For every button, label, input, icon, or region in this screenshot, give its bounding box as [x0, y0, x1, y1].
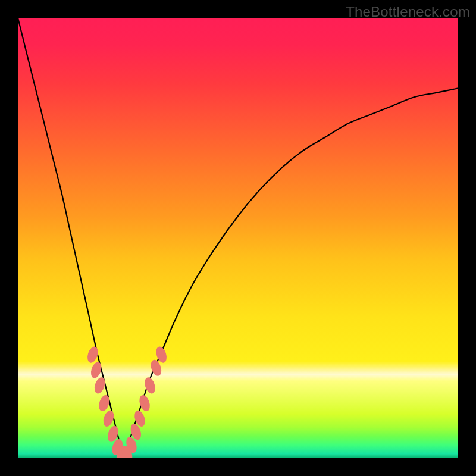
curve-lines: [18, 18, 458, 458]
plot-area: [18, 18, 458, 458]
curve-markers: [86, 345, 168, 458]
curve-right-branch: [124, 88, 458, 458]
curves-layer: [18, 18, 458, 458]
curve-left-branch: [18, 18, 124, 458]
chart-frame: TheBottleneck.com: [0, 0, 476, 476]
